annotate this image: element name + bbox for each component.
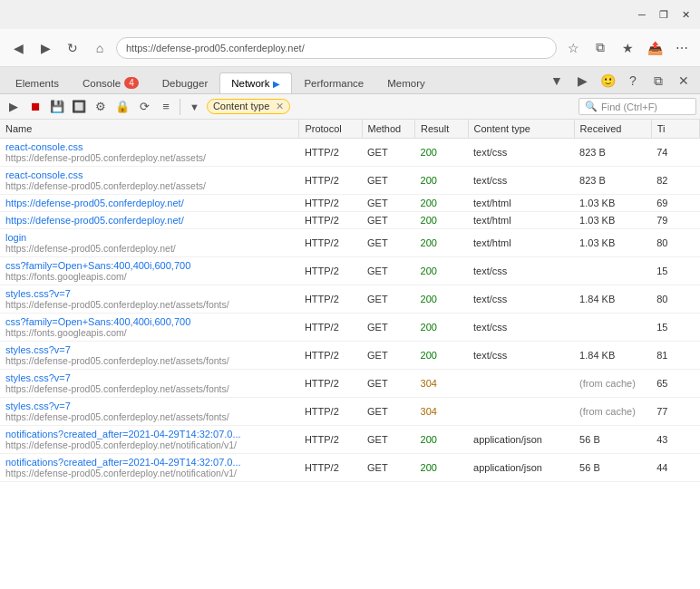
content-type-filter[interactable]: Content type ✕: [207, 99, 290, 114]
cell-content-type: text/css: [468, 342, 574, 370]
cell-name: notifications?created_after=2021-04-29T1…: [0, 426, 299, 454]
col-protocol[interactable]: Protocol: [299, 120, 362, 139]
table-row[interactable]: login https://defense-prod05.conferdeplo…: [0, 229, 700, 257]
cell-method: GET: [362, 314, 415, 342]
find-placeholder: Find (Ctrl+F): [601, 101, 657, 112]
address-bar[interactable]: https://defense-prod05.conferdeploy.net/: [116, 37, 557, 59]
tab-performance[interactable]: Performance: [292, 72, 375, 93]
block-icon[interactable]: 🔒: [112, 97, 132, 117]
home-button[interactable]: ⌂: [89, 37, 111, 59]
close-devtools-button[interactable]: ✕: [671, 68, 696, 93]
sidebar-icon[interactable]: ⧉: [589, 37, 611, 59]
cell-content-type: text/html: [468, 229, 574, 257]
cell-time: 65: [651, 370, 699, 398]
cell-received: 823 B: [574, 139, 651, 167]
table-row[interactable]: css?family=Open+Sans:400,400i,600,700 ht…: [0, 314, 700, 342]
reload-icon[interactable]: ⟳: [134, 97, 154, 117]
cell-time: 69: [651, 195, 699, 212]
table-row[interactable]: styles.css?v=7 https://defense-prod05.co…: [0, 285, 700, 314]
divider: [180, 99, 180, 115]
network-table: Name Protocol Method Result Content type…: [0, 120, 700, 589]
table-row[interactable]: react-console.css https://defense-prod05…: [0, 139, 700, 167]
cell-content-type: [468, 370, 574, 398]
tab-memory[interactable]: Memory: [375, 72, 437, 93]
cell-time: 43: [651, 426, 699, 454]
smiley-icon[interactable]: 🙂: [595, 68, 620, 93]
console-drawer-icon[interactable]: ▶: [569, 68, 595, 93]
cell-method: GET: [362, 454, 415, 482]
cell-received: 56 B: [574, 454, 651, 482]
cell-name: css?family=Open+Sans:400,400i,600,700 ht…: [0, 314, 299, 342]
cell-content-type: text/css: [468, 314, 574, 342]
filter-button[interactable]: ▼: [184, 100, 205, 114]
tab-elements[interactable]: Elements: [4, 72, 71, 93]
favorites-icon[interactable]: ★: [617, 37, 638, 59]
cell-method: GET: [362, 342, 415, 370]
cell-result: 200: [415, 139, 469, 167]
settings-icon[interactable]: ⚙: [91, 97, 111, 117]
cell-received: [574, 257, 651, 285]
bookmark-icon[interactable]: ☆: [562, 37, 584, 59]
col-received[interactable]: Received: [574, 120, 651, 139]
cell-name: styles.css?v=7 https://defense-prod05.co…: [0, 342, 299, 370]
cell-method: GET: [362, 257, 415, 285]
maximize-button[interactable]: ❐: [656, 7, 671, 22]
table-row[interactable]: react-console.css https://defense-prod05…: [0, 167, 700, 195]
more-icon[interactable]: ⋯: [671, 37, 693, 59]
tab-debugger-label: Debugger: [162, 78, 209, 89]
cell-received: 1.03 KB: [574, 212, 651, 229]
cell-result: 200: [415, 212, 469, 229]
cell-protocol: HTTP/2: [299, 229, 362, 257]
cell-result: 200: [415, 426, 469, 454]
cell-method: GET: [362, 229, 415, 257]
record-button[interactable]: ▶: [4, 97, 24, 117]
help-icon[interactable]: ?: [620, 68, 646, 93]
col-content-type[interactable]: Content type: [468, 120, 574, 139]
cell-protocol: HTTP/2: [299, 454, 362, 482]
tab-network[interactable]: Network ▶: [219, 72, 292, 93]
col-time[interactable]: Ti: [651, 120, 699, 139]
table-row[interactable]: https://defense-prod05.conferdeploy.net/…: [0, 212, 700, 229]
cell-protocol: HTTP/2: [299, 370, 362, 398]
cell-received: 823 B: [574, 167, 651, 195]
table-row[interactable]: notifications?created_after=2021-04-29T1…: [0, 426, 700, 454]
dock-icon[interactable]: ⧉: [646, 68, 671, 93]
screenshot-button[interactable]: 🔲: [69, 97, 89, 117]
table-row[interactable]: styles.css?v=7 https://defense-prod05.co…: [0, 370, 700, 398]
close-button[interactable]: ✕: [678, 7, 693, 22]
table-row[interactable]: styles.css?v=7 https://defense-prod05.co…: [0, 342, 700, 370]
cell-content-type: text/css: [468, 285, 574, 314]
col-method[interactable]: Method: [362, 120, 415, 139]
cell-name: styles.css?v=7 https://defense-prod05.co…: [0, 398, 299, 426]
minimize-button[interactable]: ─: [635, 7, 649, 22]
network-toolbar: ▶ ⏹ 💾 🔲 ⚙ 🔒 ⟳ ≡ ▼ Content type ✕ 🔍 Find …: [0, 94, 700, 120]
tab-debugger[interactable]: Debugger: [151, 72, 220, 93]
cell-protocol: HTTP/2: [299, 139, 362, 167]
forward-button[interactable]: ▶: [34, 37, 56, 59]
cell-name: react-console.css https://defense-prod05…: [0, 139, 299, 167]
col-result[interactable]: Result: [415, 120, 469, 139]
cell-content-type: text/css: [468, 139, 574, 167]
find-box[interactable]: 🔍 Find (Ctrl+F): [578, 98, 696, 115]
refresh-button[interactable]: ↻: [62, 37, 83, 59]
cell-name: styles.css?v=7 https://defense-prod05.co…: [0, 285, 299, 314]
table-row[interactable]: notifications?created_after=2021-04-29T1…: [0, 454, 700, 482]
throttle-icon[interactable]: ≡: [156, 97, 176, 117]
stop-button[interactable]: ⏹: [25, 97, 45, 117]
table-row[interactable]: css?family=Open+Sans:400,400i,600,700 ht…: [0, 257, 700, 285]
tab-elements-label: Elements: [15, 78, 59, 89]
back-button[interactable]: ◀: [7, 37, 29, 59]
cell-result: 304: [415, 370, 469, 398]
share-icon[interactable]: 📤: [644, 37, 666, 59]
tab-console[interactable]: Console 4: [71, 72, 151, 93]
save-button[interactable]: 💾: [47, 97, 67, 117]
tab-console-label: Console: [83, 78, 121, 89]
cell-received: (from cache): [574, 398, 651, 426]
col-name[interactable]: Name: [0, 120, 299, 139]
cell-name: react-console.css https://defense-prod05…: [0, 167, 299, 195]
cell-name: css?family=Open+Sans:400,400i,600,700 ht…: [0, 257, 299, 285]
table-row[interactable]: styles.css?v=7 https://defense-prod05.co…: [0, 398, 700, 426]
content-type-close-icon[interactable]: ✕: [276, 101, 284, 111]
filter-icon[interactable]: ▼: [544, 68, 569, 93]
table-row[interactable]: https://defense-prod05.conferdeploy.net/…: [0, 195, 700, 212]
